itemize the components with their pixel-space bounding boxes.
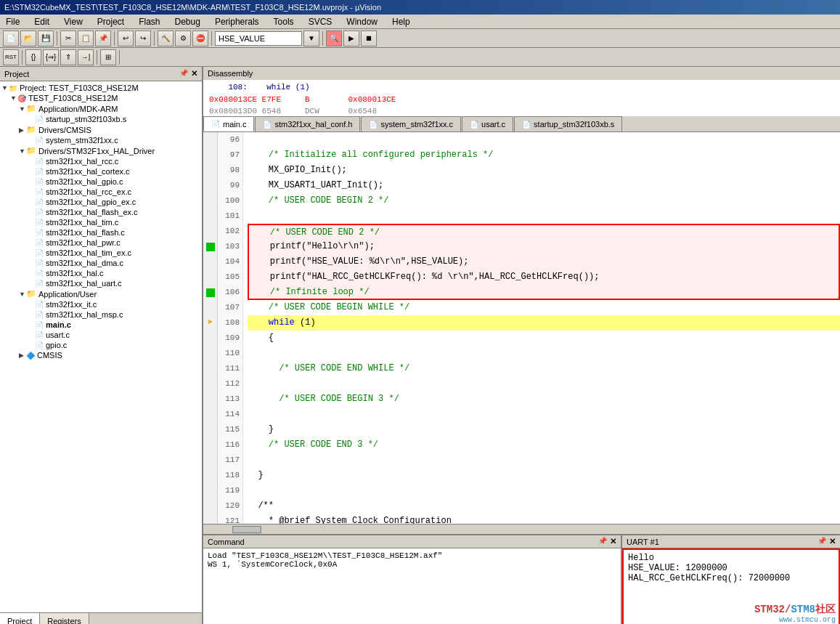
file-tab-1[interactable]: 📄stm32f1xx_hal_conf.h [255, 116, 360, 131]
scrollbar-h[interactable] [203, 524, 840, 534]
tree-label: stm32f1xx_hal.c [46, 269, 103, 277]
command-line: WS 1, `SystemCoreClock,0x0A [208, 560, 616, 569]
menubar-item-project[interactable]: Project [94, 16, 127, 28]
stop-btn[interactable]: ⛔ [192, 31, 208, 46]
panel-close-icon[interactable]: ✕ [191, 69, 197, 78]
tree-item[interactable]: 📄stm32f1xx_hal_cortex.c [1, 166, 200, 177]
code-line-102: /* USER CODE END 2 */ [248, 224, 840, 239]
tree-item[interactable]: ▼📁Drivers/STM32F1xx_HAL_Driver [1, 145, 200, 156]
tree-item[interactable]: 📄stm32f1xx_hal_msp.c [1, 309, 200, 320]
build-btn[interactable]: 🔨 [158, 31, 174, 46]
code-editor[interactable]: ➤ 96979899100101102103104105106107108109… [203, 132, 840, 524]
target-selector[interactable] [215, 31, 302, 46]
reset-btn[interactable]: RST [3, 49, 19, 65]
project-panel-header: Project 📌 ✕ [0, 67, 202, 81]
debug-btn[interactable]: 🔍 [326, 31, 342, 46]
title-text: E:\STM32CubeMX_TEST\TEST_F103C8_HSE12M\M… [4, 3, 381, 12]
tree-item[interactable]: 📄stm32f1xx_hal_uart.c [1, 278, 200, 288]
disasm-line-3: 0x080013D0 6548 DCW 0x6548 [209, 105, 834, 116]
open-btn[interactable]: 📂 [20, 31, 36, 46]
tab-project[interactable]: Project [0, 613, 40, 624]
main-layout: Project 📌 ✕ ▼📁Project: TEST_F103C8_HSE12… [0, 67, 840, 624]
tree-item[interactable]: 📄stm32f1xx_hal_flash_ex.c [1, 207, 200, 217]
tree-item[interactable]: ▼📁Application/User [1, 288, 200, 299]
tree-item[interactable]: 📄stm32f1xx_hal_tim_ex.c [1, 248, 200, 258]
tree-item[interactable]: 📄stm32f1xx_hal_gpio_ex.c [1, 197, 200, 207]
run-to-cursor[interactable]: →| [78, 49, 94, 65]
menubar-item-help[interactable]: Help [389, 16, 413, 28]
tree-item[interactable]: 📄startup_stm32f103xb.s [1, 114, 200, 124]
run-btn[interactable]: ▶ [343, 31, 359, 46]
tree-item[interactable]: ▶🔷CMSIS [1, 350, 200, 360]
disassembly-btn[interactable]: ⊞ [100, 49, 116, 65]
menubar-item-flash[interactable]: Flash [136, 16, 163, 28]
tree-item[interactable]: 📄stm32f1xx_hal_rcc_ex.c [1, 187, 200, 197]
tree-item[interactable]: 📄system_stm32f1xx.c [1, 135, 200, 145]
tree-item[interactable]: 📄stm32f1xx_it.c [1, 299, 200, 309]
uart-pin-icon[interactable]: 📌 [817, 537, 826, 546]
new-btn[interactable]: 📄 [3, 31, 19, 46]
tab-registers[interactable]: Registers [40, 613, 89, 624]
file-tab-2[interactable]: 📄system_stm32f1xx.c [361, 116, 461, 131]
menubar-item-view[interactable]: View [61, 16, 86, 28]
command-close-icon[interactable]: ✕ [610, 537, 616, 546]
menubar-item-peripherals[interactable]: Peripherals [212, 16, 262, 28]
menubar: FileEditViewProjectFlashDebugPeripherals… [0, 15, 840, 29]
target-down[interactable]: ▼ [303, 31, 319, 46]
menubar-item-tools[interactable]: Tools [271, 16, 297, 28]
step-out[interactable]: ⇑ [60, 49, 76, 65]
stop-debug-btn[interactable]: ⏹ [361, 31, 377, 46]
tree-label: TEST_F103C8_HSE12M [28, 94, 118, 102]
code-line-111: /* USER CODE END WHILE */ [248, 361, 840, 376]
menubar-item-window[interactable]: Window [343, 16, 380, 28]
file-tab-3[interactable]: 📄usart.c [462, 116, 513, 131]
command-pin-icon[interactable]: 📌 [598, 537, 607, 546]
menubar-item-svcs[interactable]: SVCS [306, 16, 335, 28]
tree-item[interactable]: 📄stm32f1xx_hal_dma.c [1, 258, 200, 268]
line-num-114: 114 [218, 407, 240, 422]
rebuild-btn[interactable]: ⚙ [175, 31, 191, 46]
tree-item[interactable]: ▼📁Project: TEST_F103C8_HSE12M [1, 83, 200, 93]
code-line-105: printf("HAL_RCC_GetHCLKFreq(): %d \r\n",… [248, 270, 840, 285]
line-indicator-111 [203, 361, 217, 376]
panel-pin-icon[interactable]: 📌 [179, 69, 188, 78]
tree-item[interactable]: 📄usart.c [1, 330, 200, 340]
cut-btn[interactable]: ✂ [60, 31, 76, 46]
file-tab-0[interactable]: 📄main.c [203, 116, 254, 131]
file-tab-label-4: startup_stm32f103xb.s [534, 120, 614, 129]
step-into[interactable]: {} [25, 49, 41, 65]
tree-item[interactable]: ▼🎯TEST_F103C8_HSE12M [1, 93, 200, 103]
line-indicator-114 [203, 407, 217, 422]
tree-item[interactable]: 📄stm32f1xx_hal_tim.c [1, 217, 200, 227]
code-line-115: } [248, 422, 840, 437]
tree-label: stm32f1xx_hal_gpio_ex.c [46, 198, 136, 206]
menubar-item-edit[interactable]: Edit [31, 16, 52, 28]
tree-item[interactable]: 📄stm32f1xx_hal_flash.c [1, 227, 200, 238]
file-tab-4[interactable]: 📄startup_stm32f103xb.s [514, 116, 622, 131]
disassembly-area: Disassembly 108: while (1) 0x080013CE E7… [203, 67, 840, 116]
tree-item[interactable]: 📄main.c [1, 320, 200, 330]
tree-item[interactable]: ▼📁Application/MDK-ARM [1, 103, 200, 114]
redo-btn[interactable]: ↪ [135, 31, 151, 46]
tree-item[interactable]: 📄stm32f1xx_hal_pwr.c [1, 238, 200, 248]
undo-btn[interactable]: ↩ [118, 31, 134, 46]
disasm-line-1: 108: while (1) [209, 81, 834, 94]
tree-item[interactable]: 📄stm32f1xx_hal_gpio.c [1, 177, 200, 187]
menubar-item-file[interactable]: File [3, 16, 23, 28]
tree-label: stm32f1xx_it.c [46, 300, 97, 309]
line-num-119: 119 [218, 483, 240, 498]
uart-close-icon[interactable]: ✕ [829, 537, 836, 546]
line-num-115: 115 [218, 422, 240, 437]
tree-label: Drivers/STM32F1xx_HAL_Driver [38, 147, 155, 155]
line-indicator-106 [203, 285, 217, 300]
menubar-item-debug[interactable]: Debug [172, 16, 203, 28]
copy-btn[interactable]: 📋 [78, 31, 94, 46]
tree-item[interactable]: 📄gpio.c [1, 340, 200, 350]
step-over[interactable]: {⇒} [43, 49, 59, 65]
tree-item[interactable]: ▶📁Drivers/CMSIS [1, 124, 200, 135]
tree-item[interactable]: 📄stm32f1xx_hal.c [1, 268, 200, 278]
code-line-96 [248, 132, 840, 147]
paste-btn[interactable]: 📌 [95, 31, 111, 46]
tree-item[interactable]: 📄stm32f1xx_hal_rcc.c [1, 156, 200, 166]
save-btn[interactable]: 💾 [38, 31, 54, 46]
